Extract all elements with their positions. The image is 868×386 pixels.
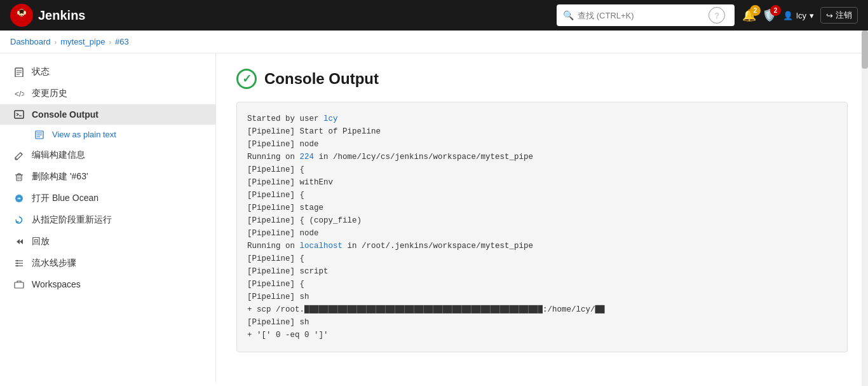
notif-badge: 2 [750,5,761,16]
console-agent-224-link[interactable]: 224 [300,153,315,162]
logo-icon [10,4,33,27]
console-line-3: [Pipeline] node [247,138,837,151]
breadcrumb-sep-2: › [109,38,111,46]
breadcrumb-build[interactable]: #63 [115,37,129,46]
main-layout: 状态 </> 变更历史 Console Output View as plain… [0,53,868,382]
sidebar-item-blue-ocean[interactable]: 打开 Blue Ocean [0,188,215,209]
sidebar-item-delete-build[interactable]: 删除构建 '#63' [0,166,215,188]
status-icon [13,67,25,77]
sidebar-console-label: Console Output [32,109,98,120]
jenkins-logo[interactable]: Jenkins [10,4,85,27]
user-menu[interactable]: 👤 lcy ▾ [783,11,814,20]
sidebar-item-changes[interactable]: </> 变更历史 [0,83,215,104]
search-icon: 🔍 [563,10,574,20]
svg-text:</>: </> [15,90,24,99]
svg-line-18 [20,153,22,155]
sidebar-plaintext-label: View as plain text [52,130,116,139]
console-line-5: [Pipeline] { [247,163,837,176]
user-avatar-icon: 👤 [783,11,793,20]
notifications-button[interactable]: 🔔 2 [742,8,756,22]
console-line-17: [Pipeline] sh [247,316,837,329]
scrollbar-thumb[interactable] [862,31,868,69]
changes-icon: </> [13,88,25,99]
svg-point-33 [17,263,18,264]
sidebar-rollback-label: 回放 [32,236,50,247]
restart-icon [13,215,25,225]
sidebar-item-edit-build[interactable]: 编辑构建信息 [0,144,215,166]
sidebar-item-pipeline-steps[interactable]: 流水线步骤 [0,252,215,274]
sidebar-pipeline-steps-label: 流水线步骤 [32,258,76,269]
console-line-4: Running on 224 in /home/lcy/cs/jenkins/w… [247,151,837,163]
console-line-14: [Pipeline] { [247,278,837,291]
plaintext-icon [33,130,46,139]
console-line-10: [Pipeline] node [247,227,837,240]
console-localhost-link[interactable]: localhost [300,242,343,251]
svg-rect-35 [15,282,24,288]
sidebar-item-status[interactable]: 状态 [0,61,215,83]
breadcrumb-pipeline[interactable]: mytest_pipe [60,37,105,46]
sidebar-item-rollback[interactable]: 回放 [0,231,215,252]
jenkins-title: Jenkins [38,8,85,23]
header-actions: 🔔 2 🛡️ 2 👤 lcy ▾ ↪ 注销 [742,7,858,24]
rollback-icon [13,237,25,247]
console-line-7: [Pipeline] { [247,189,837,202]
security-badge: 2 [770,5,781,16]
console-line-1: Started by user lcy [247,113,837,125]
sidebar-item-restart-stage[interactable]: 从指定阶段重新运行 [0,209,215,231]
sidebar-changes-label: 变更历史 [32,88,67,99]
svg-point-34 [17,265,18,266]
console-line-12: [Pipeline] { [247,252,837,265]
pipeline-steps-icon [13,258,25,268]
page-title-row: ✓ Console Output [236,69,848,89]
console-icon [13,109,25,120]
console-line-2: [Pipeline] Start of Pipeline [247,125,837,138]
logout-button[interactable]: ↪ 注销 [820,7,858,24]
svg-rect-21 [17,175,22,181]
page-title: Console Output [264,70,379,88]
svg-point-6 [24,11,26,15]
console-line-8: [Pipeline] stage [247,202,837,214]
sidebar: 状态 </> 变更历史 Console Output View as plain… [0,53,216,382]
breadcrumb-sep-1: › [55,38,57,46]
success-icon: ✓ [236,69,257,89]
console-line-11: Running on localhost in /root/.jenkins/w… [247,240,837,252]
sidebar-restart-label: 从指定阶段重新运行 [32,214,112,226]
sidebar-status-label: 状态 [32,66,50,78]
sidebar-item-console[interactable]: Console Output [0,104,215,125]
blue-ocean-icon [13,193,25,203]
delete-icon [13,172,25,182]
username-label: lcy [796,11,806,20]
console-user-link[interactable]: lcy [323,114,338,123]
scrollbar[interactable] [862,31,868,382]
sidebar-item-workspaces[interactable]: Workspaces [0,274,215,294]
main-content: ✓ Console Output Started by user lcy [Pi… [216,53,868,382]
workspaces-icon [13,279,25,289]
sidebar-sub-plaintext: View as plain text [0,125,215,144]
sidebar-workspaces-label: Workspaces [32,279,81,289]
breadcrumb-dashboard[interactable]: Dashboard [10,37,51,46]
security-button[interactable]: 🛡️ 2 [763,8,776,22]
top-header: Jenkins 🔍 ? 🔔 2 🛡️ 2 👤 lcy ▾ ↪ 注销 [0,0,868,31]
edit-icon [13,150,25,160]
breadcrumb: Dashboard › mytest_pipe › #63 [0,31,868,53]
search-input[interactable] [578,11,705,20]
help-button[interactable]: ? [709,7,725,24]
sidebar-edit-label: 编辑构建信息 [32,149,85,161]
svg-point-32 [17,260,18,261]
sidebar-delete-label: 删除构建 '#63' [32,171,88,183]
chevron-down-icon: ▾ [810,11,814,20]
console-line-16: + scp /root.████████████████████████████… [247,303,837,316]
svg-point-5 [17,11,20,15]
logout-icon: ↪ [826,11,833,20]
console-line-9: [Pipeline] { (copy_file) [247,214,837,227]
console-output-panel: Started by user lcy [Pipeline] Start of … [236,102,848,352]
logout-label: 注销 [836,10,852,21]
console-line-13: [Pipeline] script [247,265,837,278]
console-line-15: [Pipeline] sh [247,291,837,303]
sidebar-blueocean-label: 打开 Blue Ocean [32,193,98,204]
sidebar-item-plain-text[interactable]: View as plain text [33,125,215,144]
console-line-18: + '[' 0 -eq 0 ']' [247,329,837,341]
console-line-6: [Pipeline] withEnv [247,176,837,189]
search-bar[interactable]: 🔍 ? [557,4,735,26]
